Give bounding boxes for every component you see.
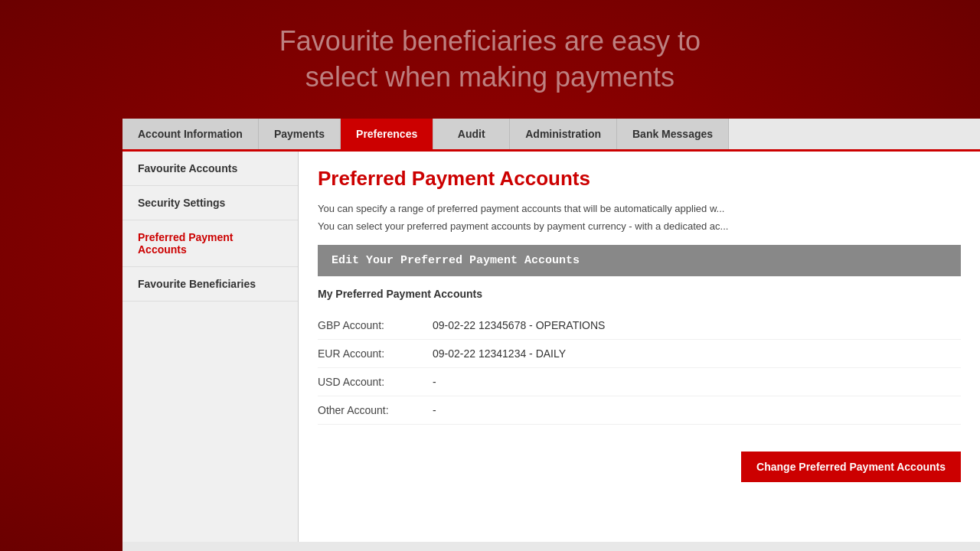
other-label: Other Account:: [318, 404, 433, 416]
account-row-usd: USD Account: -: [318, 368, 961, 396]
change-preferred-payment-accounts-button[interactable]: Change Preferred Payment Accounts: [741, 452, 961, 482]
sidebar-item-preferred-payment-accounts[interactable]: Preferred Payment Accounts: [122, 220, 298, 267]
tab-navigation: Account Information Payments Preferences…: [122, 119, 980, 152]
edit-box: Edit Your Preferred Payment Accounts: [318, 245, 961, 276]
tab-payments[interactable]: Payments: [259, 119, 341, 149]
content-area: Favourite Accounts Security Settings Pre…: [122, 152, 980, 542]
tab-bank-messages[interactable]: Bank Messages: [617, 119, 729, 149]
sidebar-item-security-settings[interactable]: Security Settings: [122, 186, 298, 220]
tab-preferences[interactable]: Preferences: [341, 119, 433, 149]
eur-label: EUR Account:: [318, 347, 433, 360]
tab-audit[interactable]: Audit: [433, 119, 510, 149]
usd-value: -: [433, 376, 961, 388]
main-container: Account Information Payments Preferences…: [122, 119, 980, 551]
main-panel: Preferred Payment Accounts You can speci…: [299, 152, 980, 542]
section-title: My Preferred Payment Accounts: [318, 288, 961, 300]
account-row-gbp: GBP Account: 09-02-22 12345678 - OPERATI…: [318, 311, 961, 340]
account-row-eur: EUR Account: 09-02-22 12341234 - DAILY: [318, 340, 961, 368]
header-title: Favourite beneficiaries are easy to sele…: [279, 24, 701, 96]
tab-account-information[interactable]: Account Information: [122, 119, 259, 149]
header-section: Favourite beneficiaries are easy to sele…: [0, 0, 980, 119]
description-1: You can specify a range of preferred pay…: [318, 202, 961, 216]
sidebar-item-favourite-beneficiaries[interactable]: Favourite Beneficiaries: [122, 267, 298, 302]
page-title: Preferred Payment Accounts: [318, 167, 961, 191]
tab-administration[interactable]: Administration: [510, 119, 617, 149]
usd-label: USD Account:: [318, 376, 433, 388]
account-row-other: Other Account: -: [318, 396, 961, 425]
other-value: -: [433, 404, 961, 416]
description-2: You can select your preferred payment ac…: [318, 220, 961, 233]
sidebar-item-favourite-accounts[interactable]: Favourite Accounts: [122, 152, 298, 186]
gbp-label: GBP Account:: [318, 319, 433, 331]
eur-value: 09-02-22 12341234 - DAILY: [433, 347, 961, 360]
sidebar: Favourite Accounts Security Settings Pre…: [122, 152, 299, 542]
gbp-value: 09-02-22 12345678 - OPERATIONS: [433, 319, 961, 331]
